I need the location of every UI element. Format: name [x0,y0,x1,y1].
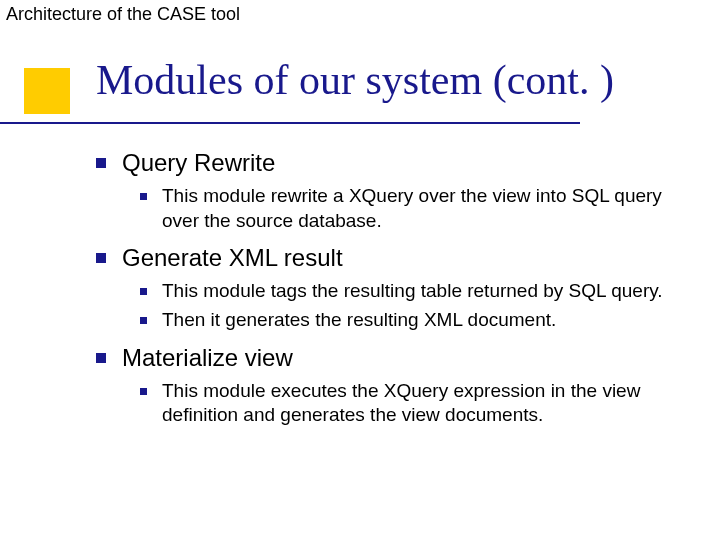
slide: Architecture of the CASE tool Modules of… [0,0,720,540]
slide-title: Modules of our system (cont. ) [96,56,614,104]
bullet-generate-xml: Generate XML result This module tags the… [96,243,680,332]
subbullet: Then it generates the resulting XML docu… [140,308,680,333]
subbullet: This module executes the XQuery expressi… [140,379,680,428]
breadcrumb-header: Architecture of the CASE tool [6,4,240,25]
title-underline [0,122,580,124]
subbullet: This module rewrite a XQuery over the vi… [140,184,680,233]
bullet-label: Materialize view [122,344,293,371]
slide-body: Query Rewrite This module rewrite a XQue… [96,148,680,438]
bullet-label: Generate XML result [122,244,343,271]
accent-square [24,68,70,114]
subbullet: This module tags the resulting table ret… [140,279,680,304]
bullet-label: Query Rewrite [122,149,275,176]
bullet-materialize-view: Materialize view This module executes th… [96,343,680,428]
bullet-query-rewrite: Query Rewrite This module rewrite a XQue… [96,148,680,233]
